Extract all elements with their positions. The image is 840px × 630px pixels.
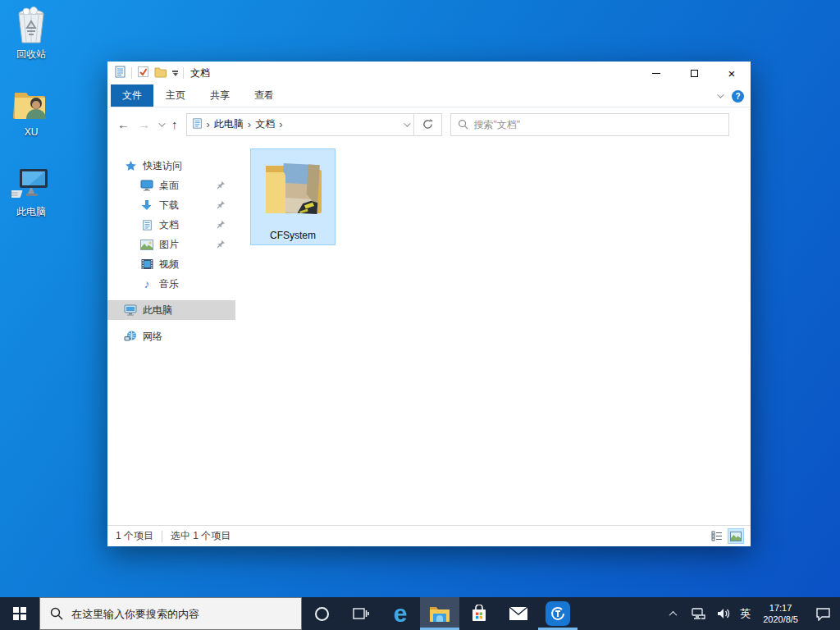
download-arrow-icon xyxy=(140,199,153,212)
clock[interactable]: 17:17 2020/8/5 xyxy=(758,602,803,625)
tab-view[interactable]: 查看 xyxy=(242,84,286,107)
chevron-up-icon xyxy=(669,610,677,619)
tray-overflow-button[interactable] xyxy=(664,611,682,617)
pin-icon xyxy=(217,200,226,212)
cortana-icon xyxy=(315,607,329,621)
details-view-button[interactable] xyxy=(709,528,725,544)
sidebar-item-label: 音乐 xyxy=(159,277,179,291)
desktop-icon-label: 此电脑 xyxy=(0,205,62,219)
recent-locations-dropdown-icon[interactable] xyxy=(158,120,165,126)
refresh-button[interactable] xyxy=(414,113,442,136)
explorer-search-box[interactable] xyxy=(450,113,729,136)
close-button[interactable]: × xyxy=(713,62,751,84)
breadcrumb-this-pc[interactable]: 此电脑 xyxy=(214,117,244,131)
explorer-window: 文档 × 文件 主页 共享 查看 ? ← → ↑ xyxy=(107,62,751,546)
up-button[interactable]: ↑ xyxy=(171,118,178,130)
sidebar-item-quick-access[interactable]: 快速访问 xyxy=(107,156,235,176)
address-bar[interactable]: › 此电脑 › 文档 › xyxy=(186,113,414,136)
forward-button[interactable]: → xyxy=(138,118,150,130)
sidebar-item-label: 此电脑 xyxy=(143,304,172,317)
qat-properties-icon[interactable] xyxy=(137,66,149,80)
expand-ribbon-icon[interactable] xyxy=(717,91,724,98)
sidebar-item-documents[interactable]: 文档 xyxy=(107,215,235,235)
tab-share[interactable]: 共享 xyxy=(198,84,242,107)
explorer-search-input[interactable] xyxy=(474,119,722,130)
volume-tray-icon[interactable] xyxy=(714,607,733,620)
sidebar-item-label: 桌面 xyxy=(159,179,179,193)
tab-home[interactable]: 主页 xyxy=(153,84,198,107)
action-center-icon xyxy=(815,607,831,621)
task-view-icon xyxy=(353,607,369,621)
desktop-icon-xu[interactable]: XU xyxy=(0,85,62,138)
music-note-icon: ♪ xyxy=(140,277,153,290)
network-tray-icon[interactable] xyxy=(689,607,707,620)
divider xyxy=(131,67,132,79)
qat-customize-dropdown-icon[interactable] xyxy=(172,71,178,76)
sidebar-item-videos[interactable]: 视频 xyxy=(107,254,235,274)
desktop-icon xyxy=(140,179,153,192)
minimize-button[interactable] xyxy=(637,62,675,84)
sidebar-item-desktop[interactable]: 桌面 xyxy=(107,176,235,195)
windows-logo-icon xyxy=(13,607,26,620)
large-icons-view-icon xyxy=(730,532,742,541)
close-icon: × xyxy=(728,67,736,80)
sidebar-item-network[interactable]: 网络 xyxy=(107,326,235,346)
back-button[interactable]: ← xyxy=(117,118,130,130)
task-view-button[interactable] xyxy=(341,597,381,630)
sidebar-item-label: 文档 xyxy=(159,218,179,232)
docs-app-button[interactable] xyxy=(538,597,578,630)
sidebar-item-pictures[interactable]: 图片 xyxy=(107,235,235,254)
taskbar: e xyxy=(0,597,840,630)
mail-icon xyxy=(509,606,528,621)
title-bar[interactable]: 文档 × xyxy=(107,62,751,84)
divider xyxy=(183,67,184,79)
cortana-button[interactable] xyxy=(302,597,341,630)
pin-icon xyxy=(217,180,226,192)
sidebar-item-label: 快速访问 xyxy=(143,159,182,173)
breadcrumb-separator: › xyxy=(279,118,282,130)
sidebar-item-music[interactable]: ♪ 音乐 xyxy=(107,274,235,294)
address-dropdown-icon[interactable] xyxy=(404,120,410,126)
help-button[interactable]: ? xyxy=(732,90,744,103)
taskbar-search-input[interactable] xyxy=(71,608,291,620)
navigation-pane: 快速访问 桌面 下载 xyxy=(107,141,235,525)
file-list[interactable]: CFSystem xyxy=(235,141,751,525)
sidebar-item-label: 图片 xyxy=(159,238,179,252)
large-icons-view-button[interactable] xyxy=(728,528,744,544)
document-icon xyxy=(140,218,153,231)
edge-button[interactable]: e xyxy=(381,597,420,630)
sidebar-item-downloads[interactable]: 下载 xyxy=(107,195,235,215)
breadcrumb-separator: › xyxy=(207,118,210,130)
edge-icon: e xyxy=(394,601,408,626)
file-item-label: CFSystem xyxy=(251,230,335,241)
this-pc-icon xyxy=(124,304,137,317)
search-icon xyxy=(50,607,63,620)
qat-new-folder-icon[interactable] xyxy=(154,66,167,80)
maximize-button[interactable] xyxy=(675,62,713,84)
desktop-icon-recycle-bin[interactable]: 回收站 xyxy=(0,7,62,62)
desktop-icon-this-pc[interactable]: 此电脑 xyxy=(0,164,62,219)
user-folder-icon xyxy=(11,85,51,125)
action-center-button[interactable] xyxy=(810,607,835,621)
maximize-icon xyxy=(691,70,698,77)
sidebar-item-label: 视频 xyxy=(159,258,179,272)
store-button[interactable] xyxy=(459,597,499,630)
address-location-icon xyxy=(192,118,203,131)
pin-icon xyxy=(217,240,226,251)
file-item-cfsystem[interactable]: CFSystem xyxy=(250,148,336,245)
window-system-icon xyxy=(114,66,126,80)
desktop-icon-label: 回收站 xyxy=(0,48,62,62)
breadcrumb-separator: › xyxy=(248,118,251,130)
clock-time: 17:17 xyxy=(763,602,798,614)
mail-button[interactable] xyxy=(499,597,538,630)
file-explorer-button[interactable] xyxy=(420,597,459,630)
system-tray: 英 17:17 2020/8/5 xyxy=(664,597,840,630)
ime-indicator[interactable]: 英 xyxy=(740,606,751,621)
taskbar-search-box[interactable] xyxy=(39,597,302,630)
tab-file[interactable]: 文件 xyxy=(111,84,153,107)
breadcrumb-documents[interactable]: 文档 xyxy=(255,117,275,131)
start-button[interactable] xyxy=(0,597,39,630)
address-toolbar: ← → ↑ › 此电脑 › 文档 › xyxy=(107,107,751,141)
sidebar-item-this-pc[interactable]: 此电脑 xyxy=(107,300,235,320)
divider xyxy=(162,531,162,542)
